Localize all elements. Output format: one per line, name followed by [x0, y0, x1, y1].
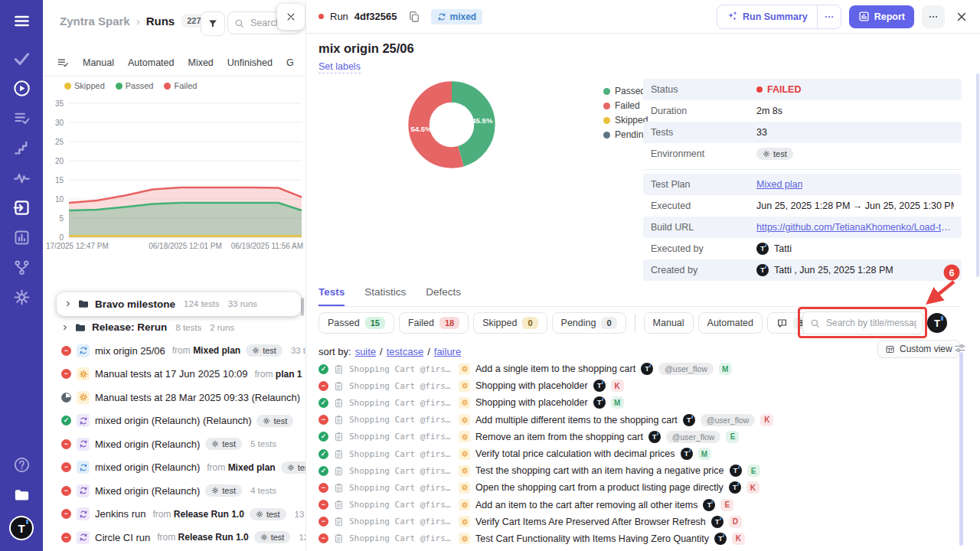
sidebar-check-icon[interactable] [13, 50, 31, 67]
tab-manual[interactable]: Manual [83, 57, 114, 68]
sidebar-help-icon[interactable] [13, 456, 31, 474]
assignee-avatar[interactable]: T [714, 533, 727, 545]
test-title[interactable]: Add an item to the cart after removing a… [475, 500, 697, 510]
run-list-item[interactable]: −Mixed origin (Relaunch)test5 tests [43, 432, 305, 456]
test-title[interactable]: Verify total price calculation with deci… [475, 448, 675, 459]
run-list-item[interactable]: Manual tests at 28 Mar 2025 09:33 (Relau… [43, 386, 305, 409]
test-row[interactable]: ✓Shopping Cart @first...Remove an item f… [318, 429, 956, 445]
sidebar-gear-icon[interactable] [13, 289, 31, 306]
test-row[interactable]: −Shopping Cart @first...Open the shoppin… [318, 479, 956, 496]
run-list-item[interactable]: −Manual tests at 17 Jun 2025 10:09from p… [43, 363, 305, 386]
tests-search-input[interactable] [825, 317, 918, 329]
test-row[interactable]: −Shopping Cart @first...Test Cart Functi… [318, 530, 956, 547]
test-row[interactable]: ✓Shopping Cart @first...Add a single ite… [318, 360, 956, 377]
detail-link[interactable]: https://github.com/TetianaKhomenko/Load-… [756, 222, 954, 233]
close-run-icon[interactable] [956, 11, 968, 23]
run-board-icon[interactable] [57, 57, 69, 69]
run-list-item[interactable]: Bravo milestone124 tests33 runs [57, 292, 301, 316]
run-summary-more-button[interactable] [818, 5, 841, 28]
run-list-item[interactable]: −Circle CI runfrom Release Run 1.0test13… [43, 526, 305, 549]
detail-link[interactable]: Mixed plan [756, 179, 802, 190]
run-list-item[interactable]: −mixed origin (Relaunch)from Mixed plant… [43, 456, 305, 480]
test-suite-link[interactable]: Shopping Cart @first... [349, 415, 453, 425]
tab-mixed[interactable]: Mixed [188, 57, 213, 68]
assignee-avatar[interactable]: T [593, 380, 606, 392]
test-row[interactable]: ✓Shopping Cart @first...Verify total pri… [318, 445, 956, 462]
report-button[interactable]: Report [849, 5, 914, 28]
tests-search[interactable] [802, 311, 923, 334]
filter-pending-button[interactable]: Pending0 [552, 312, 626, 334]
set-labels-link[interactable]: Set labels [318, 61, 361, 73]
sidebar-folder-icon[interactable] [13, 486, 31, 504]
assignee-avatar[interactable]: T [711, 516, 724, 528]
assignee-avatar[interactable]: T [641, 363, 653, 375]
assignee-avatar[interactable]: T [703, 499, 715, 511]
sidebar-bar-chart-icon[interactable] [13, 229, 31, 246]
sidebar-branch-icon[interactable] [13, 259, 31, 276]
test-suite-link[interactable]: Shopping Cart @first... [349, 500, 453, 510]
test-title[interactable]: Verify Cart Items Are Preserved After Br… [475, 517, 706, 527]
sidebar-play-circle-icon[interactable] [13, 80, 31, 97]
test-suite-link[interactable]: Shopping Cart @first... [349, 449, 453, 459]
sidebar-steps-icon[interactable] [13, 139, 31, 157]
run-list-item[interactable]: −mix origin 25/06from Mixed plantest33 t… [43, 339, 305, 363]
test-title[interactable]: Test the shopping cart with an item havi… [475, 465, 724, 476]
run-list-item[interactable]: Release: Rerun8 tests2 runs [43, 316, 305, 340]
filter-button[interactable] [201, 11, 225, 36]
user-avatar[interactable]: T [927, 313, 947, 333]
run-list-item[interactable]: −Mixed origin (Relaunch)test4 tests [43, 479, 305, 503]
filter-automated-button[interactable]: Automated [698, 312, 763, 334]
tests-scrollbar[interactable] [959, 352, 963, 546]
assignee-avatar[interactable]: T [683, 414, 695, 426]
test-suite-link[interactable]: Shopping Cart @first... [349, 517, 453, 527]
assignee-avatar[interactable]: T [593, 396, 606, 409]
sort-by-failure[interactable]: failure [434, 346, 461, 357]
test-suite-link[interactable]: Shopping Cart @first... [349, 466, 453, 476]
assignee-avatar[interactable]: T [648, 431, 661, 443]
assignee-avatar[interactable]: T [729, 481, 741, 494]
test-suite-link[interactable]: Shopping Cart @first... [349, 533, 453, 543]
tab-defects[interactable]: Defects [426, 286, 461, 306]
test-row[interactable]: ✓Shopping Cart @first...Shopping with pl… [318, 394, 956, 411]
tab-tests[interactable]: Tests [318, 286, 345, 306]
sort-by-testcase[interactable]: testcase [387, 346, 423, 357]
test-suite-link[interactable]: Shopping Cart @first... [349, 381, 453, 391]
tab-automated[interactable]: Automated [128, 57, 174, 68]
sidebar-pulse-icon[interactable] [13, 169, 31, 187]
sidebar-test-list-icon[interactable] [13, 109, 31, 127]
sidebar-menu-icon[interactable] [13, 12, 31, 30]
test-suite-link[interactable]: Shopping Cart @first... [349, 398, 453, 408]
test-row[interactable]: −Shopping Cart @first...Add multiple dif… [318, 412, 956, 429]
filter-manual-button[interactable]: Manual [644, 312, 694, 334]
page-scrollbar[interactable] [976, 73, 979, 277]
filter-skipped-button[interactable]: Skipped0 [473, 312, 547, 334]
test-title[interactable]: Shopping with placeholder [475, 397, 588, 408]
tab-statistics[interactable]: Statistics [364, 286, 406, 306]
test-suite-link[interactable]: Shopping Cart @first... [349, 483, 453, 493]
test-title[interactable]: Test Cart Functionality with Items Havin… [475, 533, 709, 544]
assignee-avatar[interactable]: T [730, 465, 742, 477]
assignee-avatar[interactable]: T [681, 448, 693, 460]
test-title[interactable]: Open the shopping cart from a product li… [475, 482, 724, 493]
sidebar-exit-box-icon[interactable] [13, 199, 31, 217]
custom-view-button[interactable]: Custom view [877, 340, 960, 358]
run-summary-button[interactable]: Run Summary [717, 5, 817, 28]
filter-passed-button[interactable]: Passed15 [318, 312, 394, 334]
filter-failed-button[interactable]: Failed18 [399, 312, 469, 334]
test-suite-link[interactable]: Shopping Cart @first... [349, 364, 453, 374]
panel-scrollbar[interactable] [301, 298, 304, 316]
test-title[interactable]: Add a single item to the shopping cart [475, 364, 635, 374]
test-suite-link[interactable]: Shopping Cart @first... [349, 432, 453, 442]
run-list-item[interactable]: ✓mixed origin (Relaunch) (Relaunch)test [43, 409, 305, 433]
test-row[interactable]: ✓Shopping Cart @first...Test the shoppin… [318, 462, 956, 479]
test-row[interactable]: −Shopping Cart @first...Add an item to t… [318, 497, 956, 514]
more-actions-button[interactable] [922, 5, 945, 28]
tab-g[interactable]: G [286, 57, 294, 68]
close-panel-button[interactable] [277, 4, 305, 30]
tab-unfinished[interactable]: Unfinished [227, 57, 273, 68]
test-row[interactable]: −Shopping Cart @first...Verify Cart Item… [318, 514, 956, 530]
sort-by-suite[interactable]: suite [355, 346, 376, 357]
sidebar-user-avatar[interactable]: T [9, 516, 34, 540]
test-title[interactable]: Add multiple different items to the shop… [475, 415, 678, 425]
copy-icon[interactable] [408, 11, 420, 23]
